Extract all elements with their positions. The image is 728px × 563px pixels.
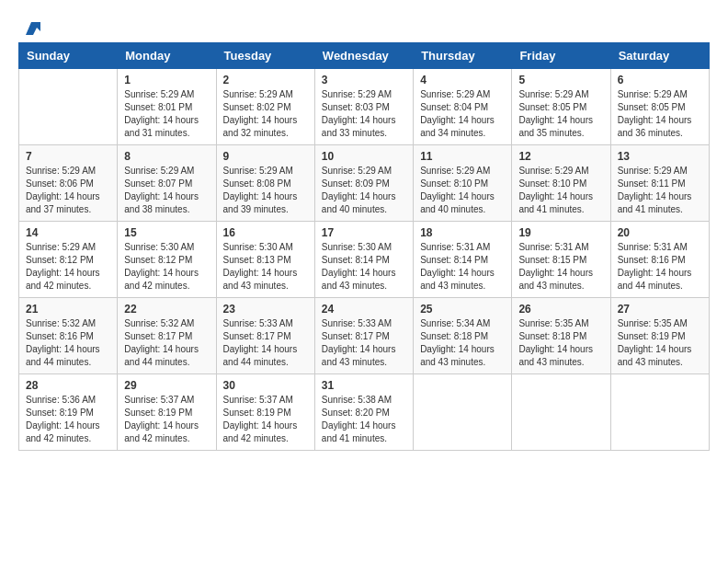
day-number: 1 <box>124 74 209 86</box>
calendar-day-cell: 9Sunrise: 5:29 AMSunset: 8:08 PMDaylight… <box>216 145 314 222</box>
calendar-day-cell <box>414 374 512 451</box>
weekday-header: Wednesday <box>314 43 413 69</box>
weekday-header: Monday <box>118 43 216 69</box>
calendar-day-cell: 2Sunrise: 5:29 AMSunset: 8:02 PMDaylight… <box>216 69 314 145</box>
day-number: 11 <box>420 150 505 163</box>
day-number: 2 <box>223 74 308 86</box>
day-number: 12 <box>518 150 603 163</box>
day-info: Sunrise: 5:29 AMSunset: 8:06 PMDaylight:… <box>26 165 110 216</box>
day-number: 18 <box>420 226 505 239</box>
day-number: 29 <box>124 379 209 392</box>
day-info: Sunrise: 5:30 AMSunset: 8:14 PMDaylight:… <box>322 241 406 293</box>
day-number: 31 <box>322 379 406 392</box>
calendar-day-cell: 15Sunrise: 5:30 AMSunset: 8:12 PMDayligh… <box>118 222 216 298</box>
day-number: 19 <box>518 226 603 239</box>
calendar-day-cell: 1Sunrise: 5:29 AMSunset: 8:01 PMDaylight… <box>118 69 216 145</box>
calendar-day-cell: 6Sunrise: 5:29 AMSunset: 8:05 PMDaylight… <box>610 69 709 145</box>
day-number: 6 <box>618 74 702 86</box>
day-info: Sunrise: 5:29 AMSunset: 8:08 PMDaylight:… <box>223 165 308 216</box>
day-info: Sunrise: 5:29 AMSunset: 8:05 PMDaylight:… <box>518 88 603 140</box>
day-info: Sunrise: 5:29 AMSunset: 8:04 PMDaylight:… <box>420 88 505 140</box>
day-number: 20 <box>618 226 702 239</box>
day-info: Sunrise: 5:29 AMSunset: 8:03 PMDaylight:… <box>322 88 406 140</box>
calendar-day-cell: 3Sunrise: 5:29 AMSunset: 8:03 PMDaylight… <box>314 69 413 145</box>
calendar-week-row: 28Sunrise: 5:36 AMSunset: 8:19 PMDayligh… <box>19 374 710 451</box>
day-info: Sunrise: 5:33 AMSunset: 8:17 PMDaylight:… <box>322 317 406 369</box>
calendar-day-cell: 17Sunrise: 5:30 AMSunset: 8:14 PMDayligh… <box>314 222 413 298</box>
day-info: Sunrise: 5:29 AMSunset: 8:01 PMDaylight:… <box>124 88 209 140</box>
day-number: 5 <box>518 74 603 86</box>
day-info: Sunrise: 5:29 AMSunset: 8:09 PMDaylight:… <box>322 165 406 216</box>
svg-marker-0 <box>26 22 40 35</box>
calendar-table: SundayMondayTuesdayWednesdayThursdayFrid… <box>18 42 710 451</box>
calendar-day-cell: 8Sunrise: 5:29 AMSunset: 8:07 PMDaylight… <box>118 145 216 222</box>
day-info: Sunrise: 5:31 AMSunset: 8:15 PMDaylight:… <box>518 241 603 293</box>
day-number: 23 <box>223 303 308 316</box>
day-number: 30 <box>223 379 308 392</box>
day-number: 15 <box>124 226 209 239</box>
calendar-day-cell: 10Sunrise: 5:29 AMSunset: 8:09 PMDayligh… <box>314 145 413 222</box>
calendar-day-cell: 23Sunrise: 5:33 AMSunset: 8:17 PMDayligh… <box>216 298 314 374</box>
day-info: Sunrise: 5:29 AMSunset: 8:11 PMDaylight:… <box>618 165 702 216</box>
day-number: 10 <box>322 150 406 163</box>
weekday-header: Sunday <box>19 43 118 69</box>
calendar-day-cell <box>19 69 118 145</box>
day-number: 21 <box>26 303 110 316</box>
day-info: Sunrise: 5:29 AMSunset: 8:02 PMDaylight:… <box>223 88 308 140</box>
calendar-week-row: 21Sunrise: 5:32 AMSunset: 8:16 PMDayligh… <box>19 298 710 374</box>
day-number: 8 <box>124 150 209 163</box>
day-number: 27 <box>618 303 702 316</box>
calendar-day-cell <box>610 374 709 451</box>
calendar-day-cell: 26Sunrise: 5:35 AMSunset: 8:18 PMDayligh… <box>512 298 610 374</box>
calendar-day-cell: 12Sunrise: 5:29 AMSunset: 8:10 PMDayligh… <box>512 145 610 222</box>
calendar-day-cell: 21Sunrise: 5:32 AMSunset: 8:16 PMDayligh… <box>19 298 118 374</box>
day-info: Sunrise: 5:32 AMSunset: 8:16 PMDaylight:… <box>26 317 110 369</box>
weekday-header: Saturday <box>610 43 709 69</box>
day-number: 13 <box>618 150 702 163</box>
day-number: 3 <box>322 74 406 86</box>
day-info: Sunrise: 5:33 AMSunset: 8:17 PMDaylight:… <box>223 317 308 369</box>
calendar-day-cell: 18Sunrise: 5:31 AMSunset: 8:14 PMDayligh… <box>414 222 512 298</box>
logo <box>18 18 40 33</box>
calendar-day-cell: 29Sunrise: 5:37 AMSunset: 8:19 PMDayligh… <box>118 374 216 451</box>
day-info: Sunrise: 5:30 AMSunset: 8:12 PMDaylight:… <box>124 241 209 293</box>
weekday-header: Tuesday <box>216 43 314 69</box>
day-info: Sunrise: 5:31 AMSunset: 8:14 PMDaylight:… <box>420 241 505 293</box>
calendar-day-cell <box>512 374 610 451</box>
day-info: Sunrise: 5:30 AMSunset: 8:13 PMDaylight:… <box>223 241 308 293</box>
calendar-day-cell: 27Sunrise: 5:35 AMSunset: 8:19 PMDayligh… <box>610 298 709 374</box>
day-info: Sunrise: 5:37 AMSunset: 8:19 PMDaylight:… <box>223 394 308 445</box>
day-number: 28 <box>26 379 110 392</box>
day-number: 26 <box>518 303 603 316</box>
calendar-week-row: 1Sunrise: 5:29 AMSunset: 8:01 PMDaylight… <box>19 69 710 145</box>
weekday-header: Thursday <box>414 43 512 69</box>
calendar-day-cell: 5Sunrise: 5:29 AMSunset: 8:05 PMDaylight… <box>512 69 610 145</box>
day-info: Sunrise: 5:31 AMSunset: 8:16 PMDaylight:… <box>618 241 702 293</box>
day-info: Sunrise: 5:37 AMSunset: 8:19 PMDaylight:… <box>124 394 209 445</box>
calendar-day-cell: 24Sunrise: 5:33 AMSunset: 8:17 PMDayligh… <box>314 298 413 374</box>
day-info: Sunrise: 5:36 AMSunset: 8:19 PMDaylight:… <box>26 394 110 445</box>
day-info: Sunrise: 5:35 AMSunset: 8:18 PMDaylight:… <box>518 317 603 369</box>
calendar-day-cell: 13Sunrise: 5:29 AMSunset: 8:11 PMDayligh… <box>610 145 709 222</box>
calendar-day-cell: 22Sunrise: 5:32 AMSunset: 8:17 PMDayligh… <box>118 298 216 374</box>
calendar-day-cell: 19Sunrise: 5:31 AMSunset: 8:15 PMDayligh… <box>512 222 610 298</box>
calendar-day-cell: 16Sunrise: 5:30 AMSunset: 8:13 PMDayligh… <box>216 222 314 298</box>
page-header <box>18 18 710 33</box>
day-info: Sunrise: 5:32 AMSunset: 8:17 PMDaylight:… <box>124 317 209 369</box>
calendar-day-cell: 31Sunrise: 5:38 AMSunset: 8:20 PMDayligh… <box>314 374 413 451</box>
day-number: 17 <box>322 226 406 239</box>
calendar-day-cell: 20Sunrise: 5:31 AMSunset: 8:16 PMDayligh… <box>610 222 709 298</box>
calendar-day-cell: 7Sunrise: 5:29 AMSunset: 8:06 PMDaylight… <box>19 145 118 222</box>
day-info: Sunrise: 5:29 AMSunset: 8:12 PMDaylight:… <box>26 241 110 293</box>
day-number: 24 <box>322 303 406 316</box>
calendar-header-row: SundayMondayTuesdayWednesdayThursdayFrid… <box>19 43 710 69</box>
calendar-day-cell: 25Sunrise: 5:34 AMSunset: 8:18 PMDayligh… <box>414 298 512 374</box>
calendar-week-row: 7Sunrise: 5:29 AMSunset: 8:06 PMDaylight… <box>19 145 710 222</box>
day-info: Sunrise: 5:29 AMSunset: 8:05 PMDaylight:… <box>618 88 702 140</box>
weekday-header: Friday <box>512 43 610 69</box>
calendar-week-row: 14Sunrise: 5:29 AMSunset: 8:12 PMDayligh… <box>19 222 710 298</box>
calendar-day-cell: 30Sunrise: 5:37 AMSunset: 8:19 PMDayligh… <box>216 374 314 451</box>
day-info: Sunrise: 5:29 AMSunset: 8:07 PMDaylight:… <box>124 165 209 216</box>
day-number: 22 <box>124 303 209 316</box>
day-info: Sunrise: 5:38 AMSunset: 8:20 PMDaylight:… <box>322 394 406 445</box>
